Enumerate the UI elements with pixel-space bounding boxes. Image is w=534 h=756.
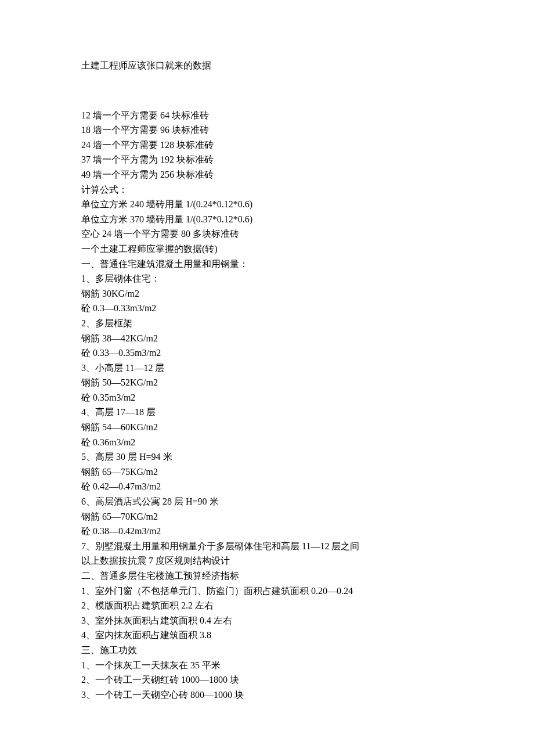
body-line: 钢筋 50—52KG/m2 (81, 375, 453, 390)
body-line: 单位立方米 240 墙砖用量 1/(0.24*0.12*0.6) (81, 197, 453, 212)
body-line: 钢筋 30KG/m2 (81, 286, 453, 301)
body-line: 1、多层砌体住宅： (81, 271, 453, 286)
body-line: 6、高层酒店式公寓 28 层 H=90 米 (81, 494, 453, 509)
body-line: 砼 0.42—0.47m3/m2 (81, 479, 453, 494)
body-line: 砼 0.35m3/m2 (81, 390, 453, 405)
body-line: 4、室内抹灰面积占建筑面积 3.8 (81, 628, 453, 643)
body-line: 计算公式： (81, 182, 453, 197)
document-body: 12 墙一个平方需要 64 块标准砖18 墙一个平方需要 96 块标准砖24 墙… (81, 108, 453, 703)
body-line: 钢筋 65—70KG/m2 (81, 509, 453, 524)
body-line: 单位立方米 370 墙砖用量 1/(0.37*0.12*0.6) (81, 212, 453, 227)
body-line: 3、室外抹灰面积占建筑面积 0.4 左右 (81, 613, 453, 628)
body-line: 钢筋 54—60KG/m2 (81, 420, 453, 435)
body-line: 1、室外门窗（不包括单元门、防盗门）面积占建筑面积 0.20—0.24 (81, 584, 453, 599)
body-line: 18 墙一个平方需要 96 块标准砖 (81, 123, 453, 138)
body-line: 三、施工功效 (81, 643, 453, 658)
body-line: 5、高层 30 层 H=94 米 (81, 449, 453, 465)
body-line: 1、一个抹灰工一天抹灰在 35 平米 (81, 658, 453, 673)
body-line: 钢筋 38—42KG/m2 (81, 331, 453, 346)
body-line: 4、高层 17—18 层 (81, 405, 453, 420)
body-line: 49 墙一个平方需为 256 块标准砖 (81, 167, 453, 182)
body-line: 空心 24 墙一个平方需要 80 多块标准砖 (81, 226, 453, 242)
body-line: 砼 0.38—0.42m3/m2 (81, 524, 453, 539)
body-line: 以上数据按抗震 7 度区规则结构设计 (81, 553, 453, 568)
body-line: 钢筋 65—75KG/m2 (81, 465, 453, 480)
body-line: 一个土建工程师应掌握的数据(转) (81, 242, 453, 257)
body-line: 二、普通多层住宅楼施工预算经济指标 (81, 568, 453, 584)
body-line: 12 墙一个平方需要 64 块标准砖 (81, 108, 453, 123)
body-line: 2、多层框架 (81, 316, 453, 331)
body-line: 3、小高层 11—12 层 (81, 361, 453, 376)
title-text: 土建工程师应该张口就来的数据 (81, 60, 211, 70)
body-line: 一、普通住宅建筑混凝土用量和用钢量： (81, 257, 453, 272)
body-line: 2、模版面积占建筑面积 2.2 左右 (81, 598, 453, 613)
body-line: 3、一个砖工一天砌空心砖 800—1000 块 (81, 687, 453, 703)
body-line: 24 墙一个平方需要 128 块标准砖 (81, 138, 453, 153)
body-line: 砼 0.36m3/m2 (81, 435, 453, 450)
body-line: 37 墙一个平方需为 192 块标准砖 (81, 152, 453, 167)
body-line: 7、别墅混凝土用量和用钢量介于多层砌体住宅和高层 11—12 层之间 (81, 539, 453, 554)
document-title: 土建工程师应该张口就来的数据 (81, 58, 453, 73)
body-line: 砼 0.33—0.35m3/m2 (81, 345, 453, 361)
body-line: 砼 0.3—0.33m3/m2 (81, 301, 453, 316)
body-line: 2、一个砖工一天砌红砖 1000—1800 块 (81, 672, 453, 687)
